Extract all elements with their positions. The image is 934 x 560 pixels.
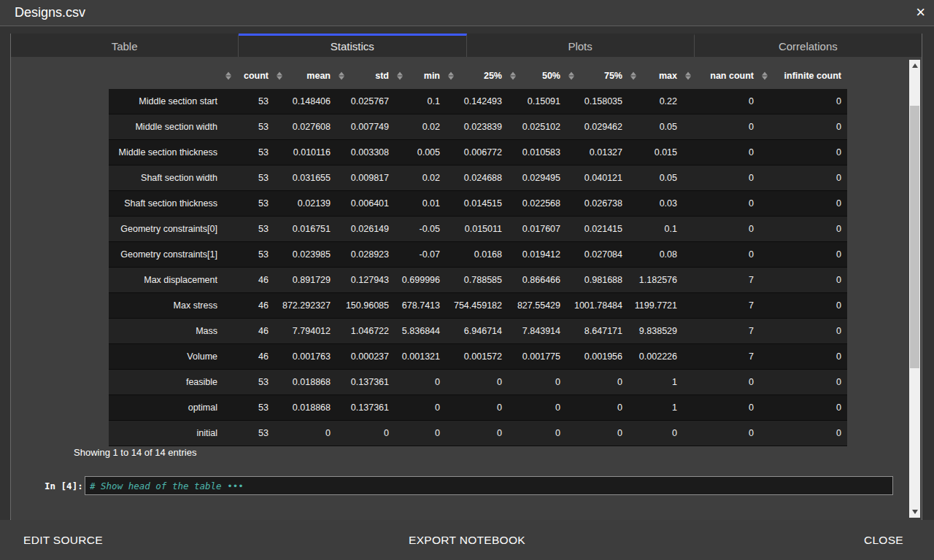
stat-cell: 0 [508, 421, 566, 446]
column-header-50pct[interactable]: 50% [508, 63, 566, 89]
stat-cell: 53 [223, 395, 274, 421]
stat-cell: 0.025102 [508, 114, 566, 140]
stat-cell: 0.02 [395, 166, 446, 191]
stat-cell: 0.1 [628, 217, 683, 242]
stat-cell: 1 [628, 370, 683, 395]
stat-cell: 0.891729 [274, 268, 336, 293]
stat-cell: 0 [760, 344, 847, 370]
table-row: Middle section start530.1484060.0257670.… [109, 89, 847, 114]
export-notebook-button[interactable]: EXPORT NOTEBOOK [404, 520, 530, 560]
stat-cell: 0 [274, 421, 336, 446]
stat-cell: 0 [683, 242, 760, 268]
sort-icon[interactable] [509, 71, 517, 81]
stat-cell: 0.1 [395, 89, 446, 114]
stat-cell: 0 [683, 89, 760, 114]
stat-cell: 0 [395, 421, 446, 446]
stat-cell: 0.009817 [336, 166, 395, 191]
stat-cell: 46 [223, 319, 274, 344]
stat-cell: 9.838529 [628, 319, 683, 344]
column-header-std[interactable]: std [336, 63, 395, 89]
stat-cell: 0 [760, 114, 847, 140]
scrollbar-thumb[interactable] [910, 106, 919, 368]
stat-cell: 0.022568 [508, 191, 566, 217]
stat-cell: 0 [566, 421, 628, 446]
sort-icon[interactable] [338, 71, 345, 81]
close-icon[interactable]: × [916, 3, 925, 22]
table-row: optimal530.0188680.1373610000100 [109, 395, 847, 421]
stat-cell: 754.459182 [446, 293, 508, 319]
stat-cell: 0.015011 [446, 217, 508, 242]
sort-icon[interactable] [225, 71, 232, 81]
column-header-nan-count[interactable]: nan count [683, 63, 760, 89]
row-label: optimal [109, 395, 223, 421]
stat-cell: 0.05 [628, 114, 683, 140]
stat-cell: 0.0168 [446, 242, 508, 268]
sort-icon[interactable] [761, 71, 768, 81]
stat-cell: 0.127943 [336, 268, 395, 293]
stat-cell: 53 [223, 89, 274, 114]
sort-icon[interactable] [396, 71, 404, 81]
tab-container: Table Statistics Plots Correlations coun… [10, 34, 922, 520]
stat-cell: 0.010116 [274, 140, 336, 166]
stat-cell: 5.836844 [395, 319, 446, 344]
tab-statistics[interactable]: Statistics [239, 34, 466, 57]
code-cell-prompt: In [4]: [45, 481, 83, 491]
stat-cell: 0.010583 [508, 140, 566, 166]
stat-cell: 0.001956 [566, 344, 628, 370]
table-row: Geometry constraints[1]530.0239850.02892… [109, 242, 847, 268]
stat-cell: 0.15091 [508, 89, 566, 114]
sort-icon[interactable] [276, 71, 283, 81]
row-label: Mass [109, 319, 223, 344]
tab-table[interactable]: Table [11, 34, 239, 57]
sort-icon[interactable] [630, 71, 637, 81]
scroll-up-icon[interactable] [909, 60, 920, 71]
column-header-25pct[interactable]: 25% [446, 63, 508, 89]
column-header-mean[interactable]: mean [274, 63, 336, 89]
stat-cell: 0.000237 [336, 344, 395, 370]
sort-icon[interactable] [568, 71, 575, 81]
stat-cell: 0 [446, 395, 508, 421]
close-button[interactable]: CLOSE [860, 520, 908, 560]
scroll-down-icon[interactable] [909, 506, 920, 518]
stat-cell: 0 [446, 370, 508, 395]
tab-plots[interactable]: Plots [467, 34, 695, 57]
stat-cell: 0 [760, 395, 847, 421]
edit-source-button[interactable]: EDIT SOURCE [19, 520, 107, 560]
row-label: Middle section width [109, 114, 223, 140]
sort-icon[interactable] [447, 71, 455, 81]
stat-cell: 0.158035 [566, 89, 628, 114]
stat-cell: 0.01327 [566, 140, 628, 166]
stat-cell: 53 [223, 421, 274, 446]
column-header-min[interactable]: min [395, 63, 446, 89]
column-header-max[interactable]: max [628, 63, 683, 89]
column-header-75pct[interactable]: 75% [566, 63, 628, 89]
row-label: Max displacement [109, 268, 223, 293]
stat-cell: 0 [395, 395, 446, 421]
stat-cell: 872.292327 [274, 293, 336, 319]
column-header-count[interactable]: count [223, 63, 274, 89]
vertical-scrollbar[interactable] [909, 60, 920, 518]
table-row: Middle section width530.0276080.0077490.… [109, 114, 847, 140]
stat-cell: 0 [336, 421, 395, 446]
row-label: Max stress [109, 293, 223, 319]
stat-cell: 0.001775 [508, 344, 566, 370]
row-label: initial [109, 421, 223, 446]
stat-cell: 0.029495 [508, 166, 566, 191]
stat-cell: 1.182576 [628, 268, 683, 293]
stat-cell: 0 [395, 370, 446, 395]
page-title: Designs.csv [15, 5, 85, 20]
table-row: Shaft section width530.0316550.0098170.0… [109, 166, 847, 191]
stat-cell: 0.001572 [446, 344, 508, 370]
stat-cell: 46 [223, 293, 274, 319]
sort-icon[interactable] [684, 71, 692, 81]
table-row: Shaft section thickness530.021390.006401… [109, 191, 847, 217]
stat-cell: 1199.7721 [628, 293, 683, 319]
code-input[interactable] [85, 476, 893, 495]
stat-cell: 0 [760, 217, 847, 242]
stat-cell: 53 [223, 242, 274, 268]
column-header-infinite-count[interactable]: infinite count [760, 63, 847, 89]
stat-cell: 46 [223, 344, 274, 370]
tab-correlations[interactable]: Correlations [695, 34, 922, 57]
stat-cell: 1.046722 [336, 319, 395, 344]
table-row: Geometry constraints[0]530.0167510.02614… [109, 217, 847, 242]
